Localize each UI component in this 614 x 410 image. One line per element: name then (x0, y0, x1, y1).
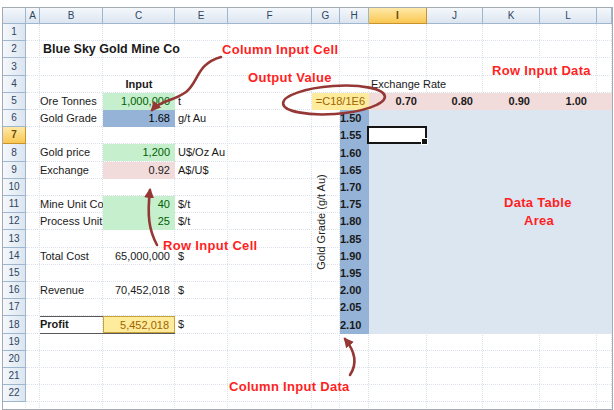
annotation-row-input-cell: Row Input Cell (163, 238, 257, 253)
annotation-data-table-line1: Data Table (504, 195, 572, 210)
row-input-cell-arrow (149, 190, 157, 245)
annotation-data-table-line2: Area (524, 213, 554, 228)
annotation-row-input-data: Row Input Data (492, 63, 591, 78)
column-input-data-arrow (345, 339, 354, 375)
annotation-output-value: Output Value (248, 70, 332, 85)
column-input-cell-arrow (152, 57, 221, 110)
spreadsheet-window: ABCEFGHIJKL 1234567891011121314151617181… (0, 0, 614, 410)
annotation-column-input-data: Column Input Data (229, 379, 350, 394)
annotation-column-input-cell: Column Input Cell (222, 42, 338, 57)
output-value-circle (282, 82, 386, 117)
